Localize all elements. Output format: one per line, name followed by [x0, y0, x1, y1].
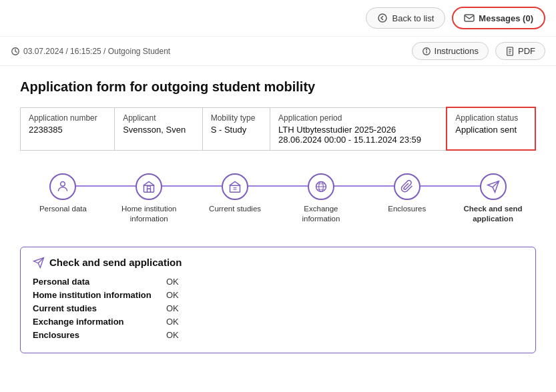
info-table: Application number 2238385 Applicant Sve… — [20, 107, 536, 151]
check-send-section: Check and send application Personal data… — [20, 247, 536, 353]
step-label-current-studies: Current studies — [209, 204, 261, 214]
applicant-value: Svensson, Sven — [123, 125, 194, 135]
timestamp-text: 03.07.2024 / 16:15:25 / Outgoing Student — [23, 47, 170, 56]
application-status-value: Application sent — [455, 125, 527, 135]
messages-label: Messages (0) — [479, 13, 533, 23]
sub-nav-buttons: Instructions PDF — [412, 42, 545, 60]
check-row-label: Personal data — [33, 277, 166, 287]
application-number-value: 2238385 — [29, 125, 106, 135]
step-label-exchange-info: Exchange information — [291, 204, 351, 224]
check-row-label: Enclosures — [33, 330, 166, 340]
instructions-label: Instructions — [435, 46, 479, 56]
check-section-title: Check and send application — [33, 257, 523, 269]
step-circle-current-studies — [222, 173, 248, 200]
check-row-value: OK — [166, 317, 179, 327]
applicant-label: Applicant — [123, 113, 194, 123]
check-rows-container: Personal dataOKHome institution informat… — [33, 277, 523, 340]
svg-point-10 — [61, 182, 65, 187]
check-row: Exchange informationOK — [33, 317, 523, 327]
pdf-label: PDF — [518, 46, 535, 56]
pdf-button[interactable]: PDF — [495, 42, 545, 60]
step-circle-personal-data — [49, 173, 76, 200]
person-icon — [56, 180, 69, 193]
send-icon — [487, 180, 500, 193]
step-circle-exchange-info — [308, 173, 334, 200]
step-check-send[interactable]: Check and send application — [450, 173, 536, 224]
steps-container: Personal data Home institution informati… — [20, 167, 536, 231]
svg-rect-1 — [465, 15, 474, 21]
step-circle-enclosures — [394, 173, 421, 200]
back-to-list-button[interactable]: Back to list — [366, 7, 445, 29]
mobility-type-cell: Mobility type S - Study — [202, 107, 270, 150]
instructions-button[interactable]: Instructions — [412, 42, 489, 60]
send-title-icon — [33, 257, 45, 269]
application-period-value1: LTH Utbytesstudier 2025-2026 — [278, 125, 438, 135]
sub-navigation: 03.07.2024 / 16:15:25 / Outgoing Student… — [0, 37, 556, 66]
step-personal-data[interactable]: Personal data — [20, 173, 106, 214]
current-studies-icon — [228, 180, 242, 193]
page-title: Application form for outgoing student mo… — [20, 79, 536, 95]
clock-icon — [11, 47, 20, 56]
svg-point-0 — [378, 14, 386, 22]
application-period-cell: Application period LTH Utbytesstudier 20… — [270, 107, 447, 150]
svg-rect-13 — [230, 185, 240, 192]
main-content: Application form for outgoing student mo… — [0, 66, 556, 367]
step-exchange-info[interactable]: Exchange information — [278, 173, 364, 224]
check-row: EnclosuresOK — [33, 330, 523, 340]
application-status-label: Application status — [455, 113, 527, 123]
step-label-check-send: Check and send application — [463, 204, 523, 224]
application-status-cell: Application status Application sent — [447, 107, 535, 150]
step-circle-home-institution — [135, 173, 162, 200]
globe-icon — [314, 180, 328, 193]
application-period-label: Application period — [278, 113, 438, 123]
check-row-value: OK — [166, 303, 179, 313]
home-institution-icon — [142, 180, 156, 193]
top-navigation: Back to list Messages (0) — [0, 0, 556, 37]
step-label-personal-data: Personal data — [39, 204, 87, 214]
check-row-value: OK — [166, 277, 179, 287]
step-enclosures[interactable]: Enclosures — [364, 173, 450, 214]
paperclip-icon — [400, 180, 414, 193]
applicant-cell: Applicant Svensson, Sven — [115, 107, 202, 150]
mobility-type-label: Mobility type — [211, 113, 262, 123]
check-section-title-text: Check and send application — [49, 257, 182, 268]
messages-button[interactable]: Messages (0) — [452, 7, 545, 29]
check-row: Current studiesOK — [33, 303, 523, 313]
step-label-home-institution: Home institution information — [119, 204, 179, 224]
mobility-type-value: S - Study — [211, 125, 262, 135]
check-row-label: Exchange information — [33, 317, 166, 327]
messages-icon — [464, 13, 475, 23]
step-home-institution[interactable]: Home institution information — [106, 173, 192, 224]
check-row: Home institution informationOK — [33, 290, 523, 300]
check-row: Personal dataOK — [33, 277, 523, 287]
application-number-cell: Application number 2238385 — [21, 107, 115, 150]
step-label-enclosures: Enclosures — [388, 204, 426, 214]
pdf-icon — [505, 47, 515, 56]
application-number-label: Application number — [29, 113, 106, 123]
application-period-value2: 28.06.2024 00:00 - 15.11.2024 23:59 — [278, 135, 438, 145]
info-icon — [422, 47, 431, 56]
back-to-list-label: Back to list — [392, 13, 434, 23]
check-row-value: OK — [166, 330, 179, 340]
step-current-studies[interactable]: Current studies — [192, 173, 278, 214]
svg-point-5 — [426, 49, 427, 49]
step-circle-check-send — [480, 173, 507, 200]
check-row-label: Home institution information — [33, 290, 166, 300]
timestamp-area: 03.07.2024 / 16:15:25 / Outgoing Student — [11, 47, 170, 56]
back-icon — [377, 13, 388, 23]
check-row-value: OK — [166, 290, 179, 300]
check-row-label: Current studies — [33, 303, 166, 313]
